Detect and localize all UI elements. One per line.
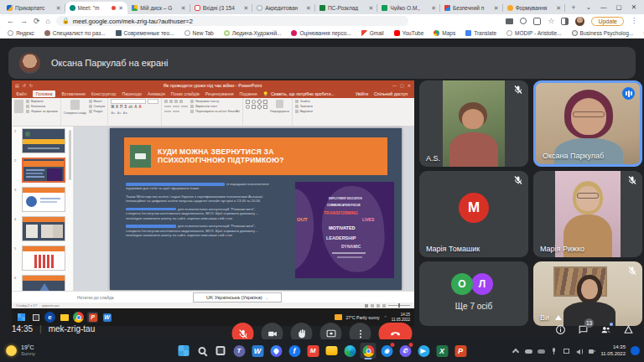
pp-minimize-icon[interactable]: — — [392, 83, 397, 88]
maximize-icon[interactable]: ▢ — [616, 3, 622, 11]
pp-close-icon[interactable]: ✕ — [408, 83, 411, 88]
bookmark-modip[interactable]: MODIP - Aristotle... — [506, 30, 562, 36]
select-button[interactable]: Виділити — [295, 110, 313, 113]
tab-chuiko[interactable]: Чуйко О.М., ✕ — [377, 2, 440, 14]
columns-button[interactable] — [164, 110, 188, 113]
shared-powerpoint-icon[interactable]: P — [87, 312, 98, 323]
cast-icon[interactable] — [506, 18, 513, 24]
self-view-tile[interactable]: Ви — [533, 261, 642, 326]
section-button[interactable]: Розділ — [89, 110, 106, 113]
activities-icon[interactable] — [623, 324, 634, 335]
normal-view-icon[interactable] — [365, 304, 368, 308]
slideshow-icon[interactable] — [382, 304, 386, 308]
format-painter-button[interactable]: Формат за зразком — [26, 110, 58, 113]
back-icon[interactable]: ← — [7, 18, 14, 25]
home-icon[interactable]: ⌂ — [46, 18, 50, 25]
notes-bar[interactable]: Нотатки до слайда UK Українська (Україна… — [12, 291, 414, 303]
bookmark-maps[interactable]: Maps — [434, 30, 455, 36]
shared-explorer-icon[interactable] — [59, 312, 70, 323]
participant-tile-maria-tomashyk[interactable]: M Марія Томашик — [419, 171, 528, 257]
gmail-icon[interactable]: M — [305, 343, 321, 359]
font-style-buttons[interactable]: ЖКПSabАА — [111, 105, 158, 109]
ribbon-tab-home[interactable]: Головна — [33, 90, 56, 97]
slide-thumbnail-3[interactable] — [22, 187, 65, 212]
close-window-icon[interactable]: ✕ — [631, 3, 636, 11]
tab-formation[interactable]: Формування ✕ — [503, 2, 566, 14]
overflow-participants-tile[interactable]: О Л Ще 7 осіб — [419, 261, 528, 326]
share-button[interactable]: Спільний доступ — [374, 91, 410, 96]
file-explorer-icon[interactable] — [324, 343, 340, 359]
bookmark-youtube[interactable]: YouTube — [394, 30, 424, 36]
edge-icon[interactable] — [342, 343, 358, 359]
tab-drive[interactable]: Мій диск – G ✕ — [127, 2, 190, 14]
shared-tray-folder-icon[interactable] — [335, 314, 342, 320]
font-size-select[interactable] — [148, 99, 158, 104]
ribbon-tab-file[interactable]: Файл — [16, 91, 27, 96]
tab-meet-active[interactable]: Meet: "m ✕ — [65, 2, 128, 14]
shared-task-view-icon[interactable] — [30, 312, 41, 323]
tab-close-icon[interactable]: ✕ — [556, 5, 561, 12]
shared-clock[interactable]: 14:2511.05.2022 — [392, 313, 410, 322]
shared-start-icon[interactable] — [16, 312, 27, 323]
slide-thumbnail-2-selected[interactable] — [22, 158, 65, 183]
pp-maximize-icon[interactable]: ▢ — [400, 83, 404, 88]
viber-icon[interactable]: ✆ — [397, 343, 413, 359]
ribbon-tab-slideshow[interactable]: Показ слайдів — [171, 91, 200, 96]
word-icon[interactable]: W — [250, 343, 266, 359]
tab-close-icon[interactable]: ✕ — [494, 5, 499, 12]
tab-close-icon[interactable]: ✕ — [431, 5, 436, 12]
tray-mic-icon[interactable] — [550, 347, 558, 354]
share-icon[interactable] — [533, 18, 541, 25]
ribbon-tab-view[interactable]: Подання — [240, 91, 257, 96]
tab-close-icon[interactable]: ✕ — [181, 5, 186, 12]
font-effects-buttons[interactable]: A˄A˅Aa — [111, 111, 158, 115]
bookmark-modern-theories[interactable]: Современные тео... — [116, 30, 174, 36]
forward-icon[interactable]: → — [20, 18, 28, 25]
new-slide-button[interactable] — [70, 100, 80, 110]
chrome-icon[interactable] — [361, 343, 377, 359]
ribbon-tab-transitions[interactable]: Переходи — [122, 91, 142, 96]
align-text-button[interactable]: Вирівняти текст — [190, 105, 240, 108]
smartart-convert-button[interactable]: Перетворити на об'єкт SmartArt — [190, 110, 240, 113]
messenger-icon[interactable] — [268, 343, 284, 359]
participant-tile-oksana-parkulab[interactable]: Оксана Паркулаб — [533, 80, 642, 167]
tab-gmail-inbox[interactable]: Вхідні (3 154 ✕ — [190, 2, 253, 14]
hyperlink-bar[interactable] — [126, 208, 176, 210]
slide-canvas[interactable]: КУДИ МОЖНА ЗВЕРНУТИСЯ ЗА ПСИХОЛОГІЧНОЮ П… — [74, 127, 414, 291]
tray-chevron-icon[interactable] — [512, 347, 520, 354]
chat-panel-icon[interactable]: 13 — [578, 324, 589, 335]
bookmark-specialist[interactable]: Специалист по раз... — [44, 30, 106, 36]
kebab-menu-icon[interactable]: ⋮ — [631, 18, 637, 24]
shapes-gallery[interactable] — [246, 100, 267, 103]
replace-button[interactable]: Замінити — [295, 105, 313, 108]
bookmark-star-icon[interactable]: ☆ — [548, 18, 554, 25]
tab-schedule[interactable]: ПС-Розклад ✕ — [315, 2, 378, 14]
text-direction-button[interactable]: Напрямок тексту — [190, 100, 240, 103]
redo-icon[interactable]: ↻ — [29, 83, 33, 88]
cloud-weather-icon[interactable] — [538, 347, 545, 354]
zoom-icon[interactable] — [520, 18, 527, 24]
bookmark-business-psych[interactable]: Business Psycholog... — [572, 30, 634, 36]
weather-widget[interactable]: 19°C Sunny — [0, 344, 35, 356]
slide-thumbnail-1[interactable] — [22, 128, 65, 153]
new-tab-button[interactable]: + — [569, 3, 579, 13]
minimize-icon[interactable]: — — [600, 3, 607, 11]
sign-in-button[interactable]: Увійти — [356, 91, 368, 96]
slide-thumbnail-panel[interactable]: 1 2 3 — [12, 127, 74, 291]
task-view-icon[interactable] — [213, 343, 229, 359]
bookmark-new-tab[interactable]: New Tab — [184, 30, 214, 36]
paste-button[interactable] — [14, 100, 23, 113]
reading-view-icon[interactable] — [377, 304, 380, 308]
slide-thumbnail-4[interactable] — [22, 216, 65, 241]
shared-tray-chevron-icon[interactable]: ⌃ — [384, 315, 387, 320]
tab-close-icon[interactable]: ✕ — [306, 5, 311, 12]
telegram-icon[interactable] — [416, 343, 432, 359]
people-panel-icon[interactable] — [600, 324, 611, 335]
tab-close-icon[interactable]: ✕ — [118, 5, 123, 12]
language-expand-icon[interactable]: ⌄ — [266, 296, 268, 300]
powerpoint-icon[interactable]: P — [453, 343, 469, 359]
slide-thumbnail-6[interactable] — [22, 275, 65, 291]
cut-button[interactable]: Вирізати — [26, 100, 58, 103]
shared-edge-icon[interactable]: e — [44, 312, 55, 323]
bookmark-liudyna[interactable]: Людина-Художній... — [224, 30, 282, 36]
